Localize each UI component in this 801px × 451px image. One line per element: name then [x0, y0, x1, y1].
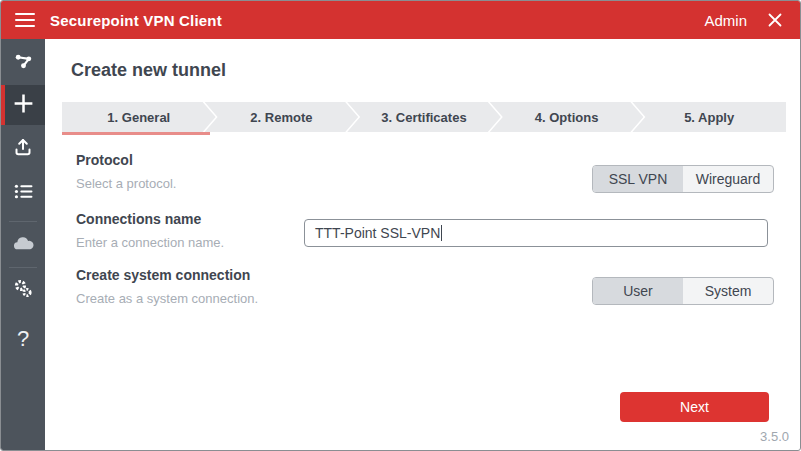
system-connection-label: Create system connection [76, 265, 250, 285]
upload-icon [13, 137, 33, 161]
protocol-option-sslvpn[interactable]: SSL VPN [593, 166, 683, 192]
connection-name-label: Connections name [76, 209, 201, 229]
admin-menu[interactable]: Admin [704, 12, 747, 29]
sidebar-item-import[interactable] [1, 127, 45, 171]
title-bar: Securepoint VPN Client Admin [1, 1, 800, 39]
hamburger-menu-icon[interactable] [15, 13, 35, 28]
gears-icon [13, 279, 33, 303]
sidebar-item-help[interactable]: ? [1, 317, 45, 361]
sidebar-item-cloud[interactable] [1, 225, 45, 263]
tab-options[interactable]: 4. Options [490, 102, 644, 132]
sidebar-item-settings[interactable] [1, 271, 45, 311]
connection-name-hint: Enter a connection name. [76, 233, 224, 253]
tab-remote[interactable]: 2. Remote [205, 102, 359, 132]
close-icon[interactable] [766, 11, 784, 29]
wizard-steps: 1. General 2. Remote 3. Certificates 4. … [62, 102, 786, 135]
active-step-indicator [62, 132, 210, 135]
cloud-icon [12, 234, 35, 255]
tab-general[interactable]: 1. General [62, 102, 216, 132]
system-connection-hint: Create as a system connection. [76, 289, 258, 309]
sidebar-divider [9, 267, 37, 268]
system-connection-option-user[interactable]: User [593, 278, 683, 304]
sidebar: ? [1, 39, 45, 451]
app-window: Securepoint VPN Client Admin [0, 0, 801, 451]
protocol-option-wireguard[interactable]: Wireguard [683, 166, 773, 192]
sidebar-item-connection-list[interactable] [1, 171, 45, 215]
site-connections-icon [15, 53, 32, 74]
system-connection-toggle: User System [592, 277, 774, 305]
sidebar-item-add-tunnel[interactable] [1, 85, 45, 125]
connection-name-input[interactable]: TTT-Point SSL-VPN [304, 219, 768, 247]
sidebar-item-connections[interactable] [1, 41, 45, 85]
tab-apply[interactable]: 5. Apply [632, 102, 786, 132]
text-caret [441, 225, 442, 241]
version-label: 3.5.0 [760, 429, 789, 444]
tab-certificates[interactable]: 3. Certificates [347, 102, 501, 132]
protocol-toggle: SSL VPN Wireguard [592, 165, 774, 193]
list-icon [14, 182, 33, 205]
question-icon: ? [17, 326, 29, 352]
app-title: Securepoint VPN Client [50, 12, 222, 29]
protocol-hint: Select a protocol. [76, 174, 176, 194]
protocol-label: Protocol [76, 150, 133, 170]
sidebar-divider [9, 221, 37, 222]
connection-name-value: TTT-Point SSL-VPN [315, 225, 440, 241]
plus-icon [12, 92, 35, 119]
page-title: Create new tunnel [71, 60, 226, 81]
system-connection-option-system[interactable]: System [683, 278, 773, 304]
next-button[interactable]: Next [620, 392, 769, 422]
